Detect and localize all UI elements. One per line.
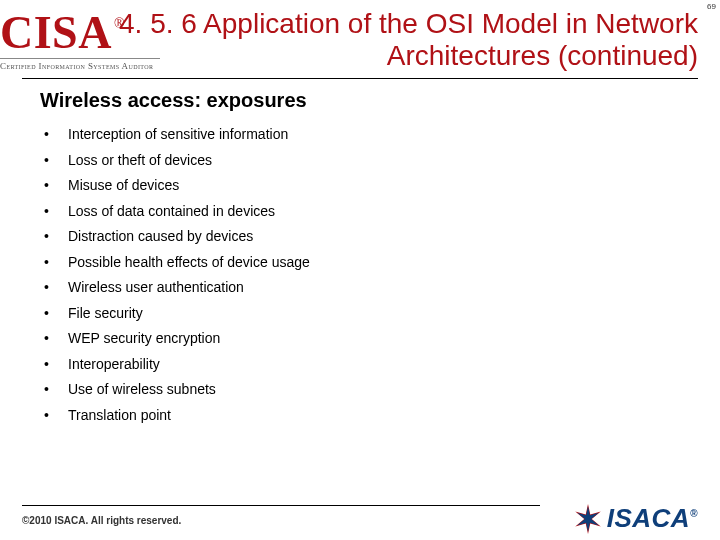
list-item: Loss of data contained in devices bbox=[40, 203, 680, 221]
registered-icon: ® bbox=[114, 16, 125, 32]
isaca-name: ISACA bbox=[607, 503, 690, 533]
registered-icon: ® bbox=[690, 508, 698, 519]
slide: 69 CISA ® Certified Information Systems … bbox=[0, 0, 720, 540]
cisa-logo-subtitle: Certified Information Systems Auditor bbox=[0, 58, 160, 71]
list-item: File security bbox=[40, 305, 680, 323]
list-item: Wireless user authentication bbox=[40, 279, 680, 297]
cisa-logo: CISA ® Certified Information Systems Aud… bbox=[0, 10, 180, 71]
body: Wireless access: exposures Interception … bbox=[0, 89, 720, 424]
list-item: WEP security encryption bbox=[40, 330, 680, 348]
bullet-list: Interception of sensitive information Lo… bbox=[40, 126, 680, 424]
list-item: Distraction caused by devices bbox=[40, 228, 680, 246]
list-item: Use of wireless subnets bbox=[40, 381, 680, 399]
list-item: Misuse of devices bbox=[40, 177, 680, 195]
title-divider bbox=[22, 78, 698, 79]
svg-marker-1 bbox=[577, 506, 599, 532]
list-item: Possible health effects of device usage bbox=[40, 254, 680, 272]
copyright-text: ©2010 ISACA. All rights reserved. bbox=[22, 515, 181, 526]
subheading: Wireless access: exposures bbox=[40, 89, 680, 112]
list-item: Translation point bbox=[40, 407, 680, 425]
isaca-logo-text: ISACA® bbox=[607, 503, 698, 534]
footer-divider bbox=[22, 505, 540, 506]
cisa-logo-text: CISA bbox=[0, 10, 112, 56]
list-item: Interoperability bbox=[40, 356, 680, 374]
list-item: Interception of sensitive information bbox=[40, 126, 680, 144]
star-burst-icon bbox=[573, 504, 603, 534]
list-item: Loss or theft of devices bbox=[40, 152, 680, 170]
header: CISA ® Certified Information Systems Aud… bbox=[0, 0, 720, 79]
isaca-logo: ISACA® bbox=[573, 503, 698, 534]
cisa-logo-mark: CISA ® bbox=[0, 10, 180, 56]
footer: ©2010 ISACA. All rights reserved. ISACA® bbox=[0, 496, 720, 540]
